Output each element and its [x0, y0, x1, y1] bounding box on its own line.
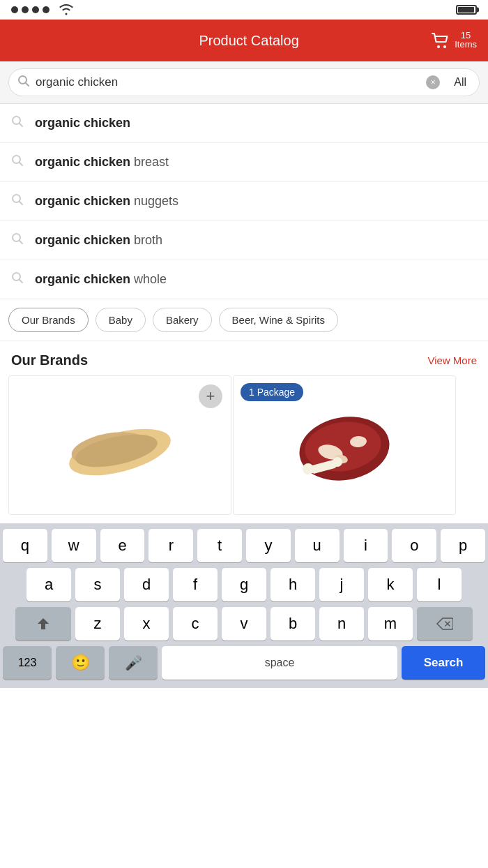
search-input[interactable]: [36, 75, 420, 89]
numbers-key[interactable]: 123: [3, 646, 52, 680]
key-t[interactable]: t: [197, 529, 242, 562]
suggestion-item[interactable]: organic chicken: [0, 104, 488, 143]
key-y[interactable]: y: [246, 529, 291, 562]
add-to-cart-button[interactable]: +: [199, 384, 222, 408]
svg-line-7: [20, 163, 23, 166]
key-w[interactable]: w: [52, 529, 96, 562]
key-e[interactable]: e: [100, 529, 145, 562]
dot-2: [22, 6, 29, 13]
product-card-chicken: +: [8, 375, 231, 515]
svg-point-24: [333, 457, 342, 467]
delete-key[interactable]: [417, 607, 473, 641]
suggestion-text: organic chicken nuggets: [35, 194, 178, 209]
keyboard: q w e r t y u i o p a s d f g h j k l z …: [0, 523, 488, 688]
svg-line-9: [20, 202, 23, 205]
microphone-key[interactable]: 🎤: [109, 646, 158, 680]
wifi-icon: [59, 4, 74, 15]
suggestion-item[interactable]: organic chicken broth: [0, 221, 488, 260]
all-button[interactable]: All: [450, 76, 471, 89]
status-bar: [0, 0, 488, 20]
page-title: Product Catalog: [67, 33, 431, 49]
suggestion-text: organic chicken: [35, 116, 130, 130]
cart-icon: [431, 32, 450, 49]
tab-our-brands[interactable]: Our Brands: [8, 308, 89, 332]
tab-bakery[interactable]: Bakery: [153, 308, 212, 332]
steak-image: [289, 403, 400, 487]
key-g[interactable]: g: [222, 568, 266, 601]
key-r[interactable]: r: [148, 529, 193, 562]
key-b[interactable]: b: [270, 607, 315, 641]
key-f[interactable]: f: [173, 568, 218, 601]
key-j[interactable]: j: [319, 568, 364, 601]
key-d[interactable]: d: [124, 568, 169, 601]
signal-dots: [11, 4, 74, 15]
search-icon: [11, 193, 24, 209]
search-key[interactable]: Search: [402, 646, 485, 680]
search-bar-wrap: × All: [0, 61, 488, 104]
view-more-link[interactable]: View More: [427, 354, 477, 366]
suggestion-text: organic chicken broth: [35, 233, 162, 248]
dot-1: [11, 6, 18, 13]
section-title: Our Brands: [11, 352, 88, 368]
keyboard-row-4: 123 🙂 🎤 space Search: [3, 646, 485, 680]
key-o[interactable]: o: [392, 529, 436, 562]
suggestion-item[interactable]: organic chicken nuggets: [0, 182, 488, 221]
key-n[interactable]: n: [319, 607, 364, 641]
dot-4: [43, 6, 49, 13]
keyboard-row-3: z x c v b n m: [3, 607, 485, 641]
tab-beer-wine-spirits[interactable]: Beer, Wine & Spirits: [219, 308, 338, 332]
emoji-key[interactable]: 🙂: [56, 646, 105, 680]
suggestion-item[interactable]: organic chicken breast: [0, 143, 488, 182]
dot-3: [32, 6, 39, 13]
key-z[interactable]: z: [75, 607, 120, 641]
suggestion-text: organic chicken whole: [35, 272, 167, 287]
clear-button[interactable]: ×: [426, 75, 440, 89]
tab-baby[interactable]: Baby: [96, 308, 146, 332]
search-icon: [11, 154, 24, 170]
shift-key[interactable]: [15, 607, 71, 641]
key-v[interactable]: v: [222, 607, 266, 641]
battery-icon: [456, 5, 477, 15]
key-m[interactable]: m: [368, 607, 413, 641]
brands-section-header: Our Brands View More: [0, 341, 488, 375]
chicken-breast-image: [57, 410, 183, 480]
suggestion-item[interactable]: organic chicken whole: [0, 260, 488, 299]
cart-label: Items: [455, 40, 477, 50]
search-icon: [17, 75, 30, 90]
svg-line-13: [20, 280, 23, 283]
key-k[interactable]: k: [368, 568, 413, 601]
key-x[interactable]: x: [124, 607, 169, 641]
search-bar: × All: [8, 68, 480, 96]
svg-point-1: [443, 45, 446, 48]
suggestion-text: organic chicken breast: [35, 155, 169, 170]
key-c[interactable]: c: [173, 607, 218, 641]
search-icon: [11, 271, 24, 287]
key-l[interactable]: l: [417, 568, 462, 601]
key-p[interactable]: p: [441, 529, 485, 562]
key-h[interactable]: h: [270, 568, 315, 601]
package-badge: 1 Package: [241, 383, 303, 401]
svg-point-0: [437, 45, 440, 48]
space-key[interactable]: space: [162, 646, 397, 680]
svg-point-23: [303, 463, 314, 474]
header: Product Catalog 15 Items: [0, 20, 488, 61]
key-i[interactable]: i: [344, 529, 388, 562]
category-tabs: Our Brands Baby Bakery Beer, Wine & Spir…: [0, 299, 488, 341]
products-row: + 1 Package: [0, 375, 488, 523]
svg-line-3: [26, 83, 29, 87]
search-icon: [11, 232, 24, 248]
product-card-steak: 1 Package: [233, 375, 456, 515]
key-a[interactable]: a: [26, 568, 71, 601]
key-q[interactable]: q: [3, 529, 47, 562]
svg-line-11: [20, 241, 23, 244]
suggestions-list: organic chicken organic chicken breast o…: [0, 104, 488, 299]
keyboard-row-2: a s d f g h j k l: [3, 568, 485, 601]
key-s[interactable]: s: [75, 568, 120, 601]
key-u[interactable]: u: [295, 529, 340, 562]
cart-area[interactable]: 15 Items: [431, 31, 477, 50]
svg-line-5: [20, 124, 23, 127]
search-icon: [11, 115, 24, 131]
keyboard-row-1: q w e r t y u i o p: [3, 529, 485, 562]
